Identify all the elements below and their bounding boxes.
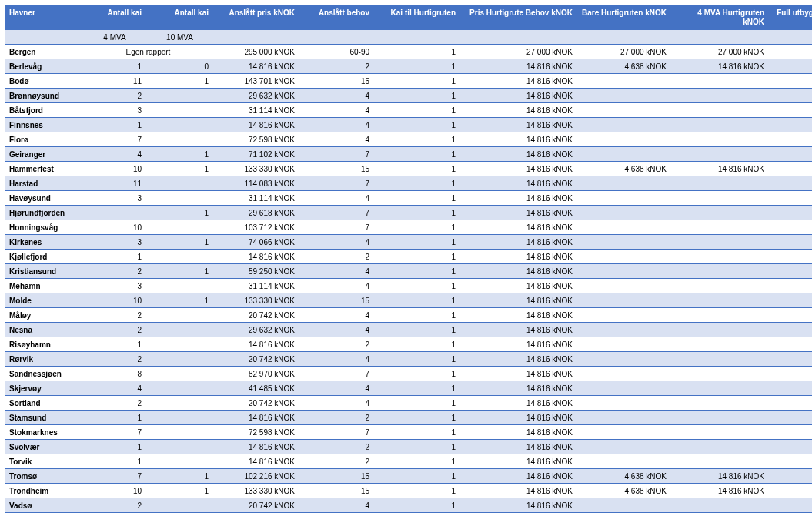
cell: 133 330 kNOK [213,293,299,308]
cell: 15 [299,293,374,308]
cell: 0 [146,59,213,74]
cell: 7 [299,425,374,440]
cell: 1 [374,454,460,469]
cell [769,235,812,250]
table-row: Brønnøysund229 632 kNOK4114 816 kNOK [5,89,812,103]
cell: Molde [5,293,83,308]
cell: 1 [374,411,460,425]
table-row: Honningsvåg10103 712 kNOK7114 816 kNOK [5,220,812,235]
cell [671,264,769,279]
cell: 7 [299,206,374,220]
cell: Kjøllefjord [5,250,83,264]
cell: 1 [146,484,213,498]
cell: 2 [299,59,374,74]
header-cell: Antall kai [146,5,213,30]
cell: 14 816 kNOK [213,59,299,74]
cell: 1 [374,381,460,396]
cell: 15 [299,469,374,484]
cell: 1 [146,162,213,176]
header-cell: Antall kai [83,5,146,30]
cell: 71 102 kNOK [213,147,299,162]
cell: 20 742 kNOK [213,308,299,323]
cell: 4 [83,381,146,396]
cell: 133 330 kNOK [213,484,299,498]
cell: 10 [83,220,146,235]
cell: 14 816 kNOK [460,367,577,381]
cell: 7 [299,367,374,381]
cell: 14 816 kNOK [460,206,577,220]
cell [769,381,812,396]
cell: 82 970 kNOK [213,367,299,381]
cell: 1 [374,250,460,264]
cell [146,89,213,103]
cell: 7 [83,132,146,147]
cell: Båtsfjord [5,103,83,118]
cell [577,454,671,469]
cell [577,367,671,381]
cell: 133 330 kNOK [769,484,812,498]
cell: 11 [83,74,146,89]
cell: 1 [374,323,460,337]
cell [671,308,769,323]
cell: 14 816 kNOK [460,454,577,469]
cell: 4 638 kNOK [577,469,671,484]
cell: Finnsnes [5,118,83,132]
cell [146,308,213,323]
cell: 14 816 kNOK [460,118,577,132]
cell: 11 [83,176,146,191]
cell: 15 [299,74,374,89]
cell: 1 [374,74,460,89]
header-cell: Anslått pris kNOK [213,5,299,30]
cell: 14 816 kNOK [460,411,577,425]
cell: 295 000 kNOK [213,45,299,59]
cell: 1 [374,206,460,220]
cell: 14 816 kNOK [460,337,577,352]
cell [671,235,769,250]
cell [577,89,671,103]
subheader-cell [299,30,374,45]
cell: 1 [374,59,460,74]
cell: Hjørundfjorden [5,206,83,220]
table-row: Sortland220 742 kNOK4114 816 kNOK [5,396,812,411]
cell: 4 638 kNOK [577,484,671,498]
cell: 14 816 kNOK [460,323,577,337]
cell: 1 [374,352,460,367]
cell [769,206,812,220]
cell: 31 114 kNOK [213,279,299,293]
cell: 1 [83,454,146,469]
cell: 41 485 kNOK [213,381,299,396]
table-body: 4 MVA10 MVABergenEgen rapport295 000 kNO… [5,30,812,514]
header-cell: Havner [5,5,83,30]
cell: 14 816 kNOK [213,337,299,352]
cell: 7 [83,425,146,440]
cell: 1 [374,425,460,440]
cell: 4 638 kNOK [577,59,671,74]
cell [671,323,769,337]
cell [769,352,812,367]
cell: 7 [83,469,146,484]
cell: Geiranger [5,147,83,162]
table-row: Sandnessjøen882 970 kNOK7114 816 kNOK [5,367,812,381]
cell [671,103,769,118]
cell: Florø [5,132,83,147]
cell [769,132,812,147]
cell: 1 [374,279,460,293]
subheader-cell [374,30,460,45]
cell: 1 [374,337,460,352]
subheader-row: 4 MVA10 MVA [5,30,812,45]
cell: 4 [299,279,374,293]
cell [577,74,671,89]
cell: 4 [299,323,374,337]
ports-table: HavnerAntall kaiAntall kaiAnslått pris k… [5,5,812,513]
cell: 14 816 kNOK [460,191,577,206]
subheader-cell [213,30,299,45]
cell: 60-90 [299,45,374,59]
cell: 1 [374,367,460,381]
cell: 15 [299,162,374,176]
cell [769,367,812,381]
cell: 14 816 kNOK [460,264,577,279]
cell [671,220,769,235]
header-cell: 4 MVA Hurtigruten kNOK [671,5,769,30]
cell: 2 [299,250,374,264]
cell: 14 816 kNOK [671,59,769,74]
